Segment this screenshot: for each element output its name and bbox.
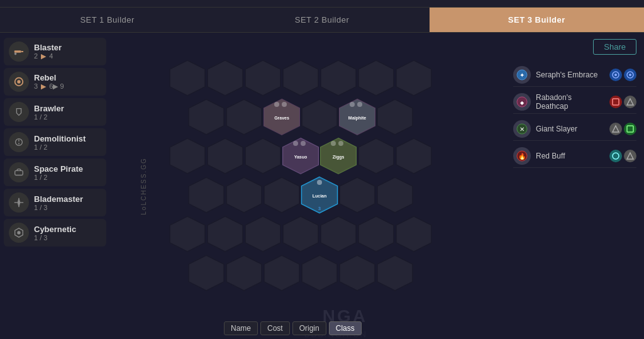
svg-point-23 [274,102,279,107]
hex-r6c1[interactable] [189,255,224,291]
giant-slayer-name: Giant Slayer [536,125,604,133]
svg-marker-56 [377,177,413,213]
hex-r6c2[interactable] [226,255,262,291]
hex-r1c3[interactable] [245,60,280,96]
svg-marker-67 [302,255,337,291]
trait-blaster[interactable]: Blaster 2 ▶ 4 [4,38,106,65]
svg-marker-48 [226,177,262,213]
svg-marker-63 [396,216,431,252]
comp-r2 [624,96,636,108]
hex-r2c1[interactable] [189,99,224,135]
tab-set2[interactable]: SET 2 Builder [214,8,429,32]
svg-marker-59 [245,216,280,252]
cybernetic-count: 1 / 3 [34,234,76,242]
svg-marker-31 [377,99,413,135]
hex-r3c2[interactable] [208,138,243,174]
svg-point-2 [14,53,17,55]
hex-r5c7[interactable] [396,216,431,252]
svg-marker-25 [302,99,337,135]
svg-marker-15 [358,60,394,96]
hex-r3c6[interactable] [358,138,394,174]
hex-r1c7[interactable] [396,60,431,96]
hex-r6c3[interactable] [264,255,299,291]
hex-r5c6[interactable] [358,216,394,252]
hex-r3c5-ziggs[interactable]: Ziggs [321,138,356,174]
tab-set3[interactable]: SET 3 Builder [430,8,644,32]
rebel-count: 3 ▶ 6▶ 9 [34,82,64,91]
hex-r4c1[interactable] [189,177,224,213]
item-seraphs: ✦ Seraph's Embrace [513,64,636,87]
hex-r5c3[interactable] [245,216,280,252]
hex-r4c6[interactable] [377,177,413,213]
filter-name[interactable]: Name [224,321,258,335]
hex-r4c3[interactable] [264,177,299,213]
svg-marker-61 [321,216,356,252]
svg-marker-17 [189,99,224,135]
svg-marker-11 [208,60,243,96]
svg-marker-55 [340,177,375,213]
comp-2 [624,69,636,81]
demolitionist-icon [9,132,29,152]
hex-r1c2[interactable] [208,60,243,96]
brawler-count: 1 / 2 [34,113,64,121]
svg-rect-6 [15,170,23,175]
trait-rebel[interactable]: Rebel 3 ▶ 6▶ 9 [4,68,106,96]
svg-point-73 [614,74,617,76]
cybernetic-name: Cybernetic [34,225,76,234]
trait-cybernetic[interactable]: Cybernetic 1 / 3 [4,219,106,247]
hex-r4c4-lucian[interactable]: Lucian 3 [302,177,337,213]
filter-origin[interactable]: Origin [292,321,326,335]
svg-marker-68 [340,255,375,291]
hex-r6c5[interactable] [340,255,375,291]
blademaster-icon [9,192,29,213]
hex-r3c1[interactable] [170,138,205,174]
comp-gs2 [624,123,636,135]
hex-r2c3-graves[interactable]: Graves [264,99,299,135]
giant-slayer-icon: ✕ [513,120,531,138]
trait-blademaster[interactable]: Blademaster 1 / 3 [4,189,106,216]
blademaster-info: Blademaster 1 / 3 [34,194,83,211]
hex-r5c1[interactable] [170,216,205,252]
hex-r2c6[interactable] [377,99,413,135]
hex-r5c2[interactable] [208,216,243,252]
rebel-icon [9,72,29,92]
svg-text:✕: ✕ [519,126,525,133]
hex-r4c5[interactable] [340,177,375,213]
hex-r3c3[interactable] [245,138,280,174]
hex-r6c6[interactable] [377,255,413,291]
hex-r6c4[interactable] [302,255,337,291]
svg-text:◆: ◆ [520,100,525,106]
svg-text:Yasuo: Yasuo [294,155,307,159]
hex-r1c6[interactable] [358,60,394,96]
rebel-info: Rebel 3 ▶ 6▶ 9 [34,73,64,91]
hex-svg: Graves Malphite [164,54,447,318]
share-button[interactable]: Share [593,39,636,55]
svg-marker-13 [283,60,318,96]
trait-space-pirate[interactable]: Space Pirate 1 / 2 [4,158,106,186]
svg-marker-34 [245,138,280,174]
hex-r5c5[interactable] [321,216,356,252]
hex-r3c4-yasuo[interactable]: Yasuo [283,138,318,174]
hex-r2c2[interactable] [226,99,262,135]
tab-set1[interactable]: SET 1 Builder [0,8,214,32]
hex-r5c4[interactable] [283,216,318,252]
demolitionist-count: 1 / 2 [34,143,86,151]
svg-marker-66 [264,255,299,291]
space-pirate-icon [9,162,29,182]
hex-r3c7[interactable] [396,138,431,174]
filter-cost[interactable]: Cost [260,321,290,335]
hex-r1c4[interactable] [283,60,318,96]
trait-brawler[interactable]: Brawler 1 / 2 [4,98,106,126]
svg-text:🔥: 🔥 [518,152,526,160]
svg-marker-46 [396,138,431,174]
rabadon-components [609,96,636,108]
svg-marker-57 [170,216,205,252]
trait-demolitionist[interactable]: Demolitionist 1 / 2 [4,128,106,156]
hex-r2c5-malphite[interactable]: Malphite [340,99,375,135]
hex-r2c4[interactable] [302,99,337,135]
hex-r1c1[interactable] [170,60,205,96]
filter-class[interactable]: Class [329,321,362,335]
giant-slayer-components [609,123,636,135]
hex-r4c2[interactable] [226,177,262,213]
hex-r1c5[interactable] [321,60,356,96]
